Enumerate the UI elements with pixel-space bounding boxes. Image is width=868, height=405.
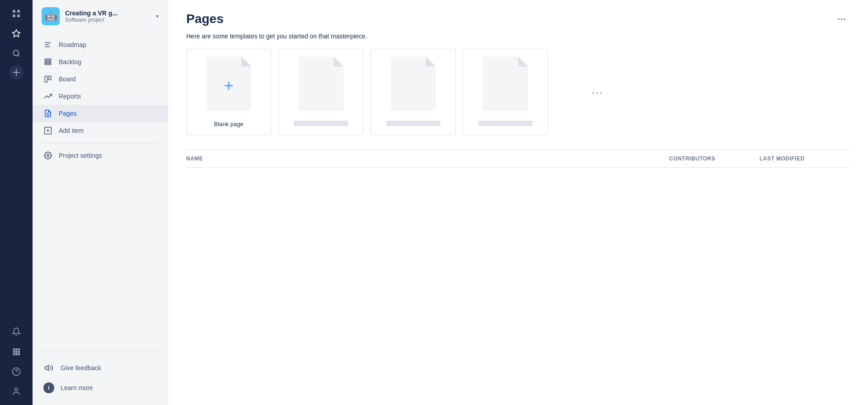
svg-point-18 xyxy=(15,388,18,391)
doc-shape-2 xyxy=(391,57,436,111)
svg-rect-8 xyxy=(15,348,18,351)
pages-icon xyxy=(43,109,52,118)
template-doc-2 xyxy=(388,57,438,115)
templates-grid: + Blank page ··· xyxy=(168,49,868,150)
svg-point-5 xyxy=(13,50,19,56)
more-dots-icon: ··· xyxy=(592,86,604,99)
roadmap-label: Roadmap xyxy=(59,41,86,48)
svg-line-6 xyxy=(18,55,19,56)
project-type: Software project xyxy=(65,17,151,23)
col-header-name: Name xyxy=(186,155,669,162)
search-icon[interactable] xyxy=(8,45,24,61)
pages-label: Pages xyxy=(59,110,77,117)
sidebar-item-pages[interactable]: Pages xyxy=(33,105,168,122)
svg-rect-24 xyxy=(45,63,51,65)
board-label: Board xyxy=(59,75,75,83)
add-item-icon xyxy=(43,127,52,135)
main-content: Pages ··· Here are some templates to get… xyxy=(168,0,868,405)
svg-marker-33 xyxy=(45,365,49,371)
template-card-3[interactable] xyxy=(463,49,548,135)
app-switcher-icon[interactable] xyxy=(8,5,24,22)
table-header: Name Contributors Last modified xyxy=(186,150,850,168)
doc-shape-3 xyxy=(483,57,528,111)
svg-rect-22 xyxy=(45,59,51,60)
project-header[interactable]: 🤖 Creating a VR g... Software project ▾ xyxy=(33,0,168,33)
grid-apps-icon[interactable] xyxy=(8,344,24,360)
sidebar-item-learn-more[interactable]: i Learn more xyxy=(33,378,168,398)
page-subtitle: Here are some templates to get you start… xyxy=(168,31,868,49)
svg-point-32 xyxy=(47,155,49,157)
board-icon xyxy=(43,75,52,83)
sidebar-item-backlog[interactable]: Backlog xyxy=(33,53,168,71)
template-blank-page[interactable]: + Blank page xyxy=(186,49,271,135)
svg-rect-1 xyxy=(17,10,20,13)
svg-rect-0 xyxy=(13,10,15,13)
template-label-placeholder-2 xyxy=(386,121,440,126)
more-options-button[interactable]: ··· xyxy=(834,11,850,27)
plus-icon: + xyxy=(224,78,233,94)
template-card-2[interactable] xyxy=(371,49,456,135)
add-item-label: Add item xyxy=(59,127,84,134)
sidebar-divider xyxy=(42,143,159,143)
project-name: Creating a VR g... xyxy=(65,9,151,17)
reports-icon xyxy=(43,92,52,100)
svg-rect-13 xyxy=(13,353,15,356)
give-feedback-label: Give feedback xyxy=(61,364,101,372)
sidebar-divider-bottom xyxy=(42,350,159,351)
sidebar-item-give-feedback[interactable]: Give feedback xyxy=(33,358,168,378)
svg-rect-25 xyxy=(45,76,47,82)
svg-rect-2 xyxy=(13,14,15,17)
template-more-card[interactable]: ··· xyxy=(555,49,640,135)
svg-rect-11 xyxy=(15,351,18,353)
project-logo: 🤖 xyxy=(42,7,60,25)
template-label-placeholder-1 xyxy=(294,121,348,126)
col-header-last-modified: Last modified xyxy=(760,155,850,162)
reports-label: Reports xyxy=(59,93,81,100)
sidebar-item-roadmap[interactable]: Roadmap xyxy=(33,36,168,53)
left-rail xyxy=(0,0,33,405)
sidebar-bottom: Give feedback i Learn more xyxy=(33,354,168,405)
sidebar-item-add-item[interactable]: Add item xyxy=(33,122,168,139)
chevron-down-icon: ▾ xyxy=(156,13,159,19)
svg-rect-14 xyxy=(15,353,18,356)
svg-rect-9 xyxy=(18,348,20,351)
notifications-icon[interactable] xyxy=(8,324,24,340)
profile-icon[interactable] xyxy=(8,383,24,400)
svg-rect-10 xyxy=(13,351,15,353)
template-blank-label: Blank page xyxy=(214,121,243,127)
megaphone-icon xyxy=(43,363,54,373)
info-icon: i xyxy=(43,382,54,393)
page-title: Pages xyxy=(186,12,224,26)
sidebar-item-reports[interactable]: Reports xyxy=(33,88,168,105)
project-info: Creating a VR g... Software project xyxy=(65,9,151,23)
learn-more-label: Learn more xyxy=(61,384,93,391)
sidebar: 🤖 Creating a VR g... Software project ▾ … xyxy=(33,0,168,405)
svg-rect-7 xyxy=(13,348,15,351)
svg-rect-3 xyxy=(17,14,20,17)
blank-doc-preview: + xyxy=(204,57,254,115)
pages-table: Name Contributors Last modified xyxy=(186,150,850,168)
svg-rect-26 xyxy=(49,76,51,80)
project-settings-label: Project settings xyxy=(59,152,102,159)
backlog-icon xyxy=(43,58,52,66)
sidebar-item-board[interactable]: Board xyxy=(33,71,168,88)
template-doc-3 xyxy=(481,57,530,115)
help-icon[interactable] xyxy=(8,363,24,380)
backlog-label: Backlog xyxy=(59,58,81,66)
svg-rect-12 xyxy=(18,351,20,353)
roadmap-icon xyxy=(43,41,52,49)
sidebar-nav: Roadmap Backlog Board xyxy=(33,33,168,347)
svg-rect-15 xyxy=(18,353,20,356)
svg-marker-4 xyxy=(13,30,20,37)
template-card-1[interactable] xyxy=(278,49,363,135)
settings-icon xyxy=(43,151,52,160)
template-label-placeholder-3 xyxy=(478,121,533,126)
create-icon[interactable] xyxy=(9,65,24,80)
page-header: Pages ··· xyxy=(168,0,868,31)
favorites-icon[interactable] xyxy=(8,25,24,42)
col-header-contributors: Contributors xyxy=(669,155,760,162)
doc-shape-1 xyxy=(298,57,344,111)
template-doc-1 xyxy=(296,57,346,115)
svg-rect-23 xyxy=(45,61,51,62)
sidebar-item-project-settings[interactable]: Project settings xyxy=(33,147,168,164)
